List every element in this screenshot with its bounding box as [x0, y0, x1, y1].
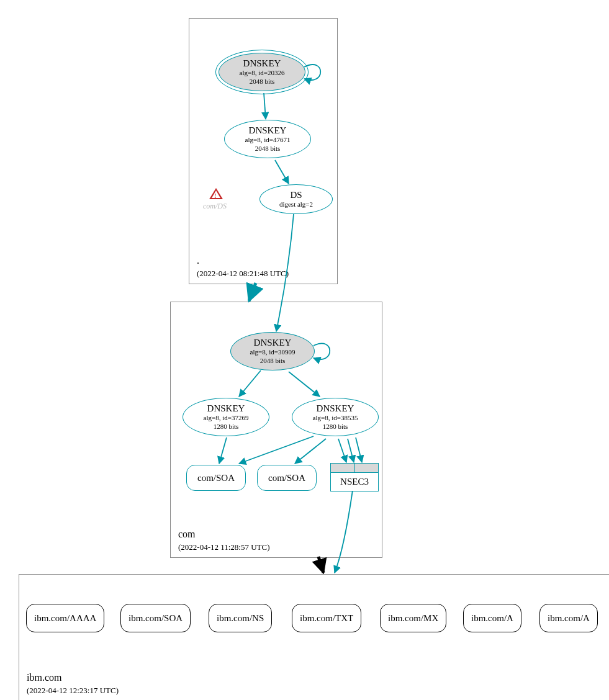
- zone-com-timestamp: (2022-04-12 11:28:57 UTC): [178, 542, 270, 552]
- warning-label: com/DS: [203, 202, 227, 211]
- node-com-zsk1: DNSKEY alg=8, id=37269 1280 bits: [183, 398, 269, 436]
- node-com-ksk: DNSKEY alg=8, id=30909 2048 bits: [230, 332, 315, 370]
- node-detail: 1280 bits: [323, 423, 348, 431]
- node-detail: alg=8, id=47671: [245, 136, 291, 144]
- node-com-zsk2: DNSKEY alg=8, id=38535 1280 bits: [292, 398, 379, 436]
- zone-ibmcom: ibm.com (2022-04-12 12:23:17 UTC): [19, 574, 609, 700]
- warning-mark: !: [214, 192, 216, 199]
- node-detail: alg=8, id=37269: [204, 414, 249, 422]
- node-ds-com: DS digest alg=2: [259, 184, 333, 214]
- record-a2: ibm.com/A: [539, 604, 598, 632]
- node-title: DNSKEY: [317, 403, 354, 414]
- node-title: DNSKEY: [207, 403, 245, 414]
- zone-root-name: .: [197, 255, 199, 266]
- record-aaaa: ibm.com/AAAA: [26, 604, 104, 632]
- node-title: DNSKEY: [254, 338, 292, 348]
- record-soa: ibm.com/SOA: [120, 604, 191, 632]
- node-root-ksk: DNSKEY alg=8, id=20326 2048 bits: [219, 53, 305, 91]
- record-a1: ibm.com/A: [463, 604, 521, 632]
- node-detail: 1280 bits: [214, 423, 239, 431]
- node-root-zsk: DNSKEY alg=8, id=47671 2048 bits: [224, 120, 311, 158]
- node-title: DS: [290, 190, 302, 200]
- node-nsec3: NSEC3: [330, 463, 379, 491]
- record-txt: ibm.com/TXT: [292, 604, 361, 632]
- node-detail: 2048 bits: [250, 78, 275, 86]
- node-com-soa-1: com/SOA: [186, 465, 246, 491]
- zone-root-timestamp: (2022-04-12 08:21:48 UTC): [197, 269, 289, 279]
- node-title: DNSKEY: [249, 125, 287, 136]
- node-detail: alg=8, id=20326: [240, 69, 285, 77]
- node-title: DNSKEY: [243, 58, 281, 69]
- zone-ibmcom-name: ibm.com: [27, 672, 61, 683]
- nsec3-label: NSEC3: [331, 472, 378, 491]
- node-detail: alg=8, id=30909: [250, 348, 295, 356]
- node-detail: 2048 bits: [255, 145, 281, 153]
- node-detail: 2048 bits: [260, 357, 286, 365]
- node-detail: digest alg=2: [279, 200, 313, 209]
- record-mx: ibm.com/MX: [380, 604, 446, 632]
- node-detail: alg=8, id=38535: [313, 414, 358, 422]
- zone-com-name: com: [178, 529, 196, 540]
- zone-ibmcom-timestamp: (2022-04-12 12:23:17 UTC): [27, 686, 119, 696]
- record-ns: ibm.com/NS: [209, 604, 272, 632]
- node-com-soa-2: com/SOA: [257, 465, 317, 491]
